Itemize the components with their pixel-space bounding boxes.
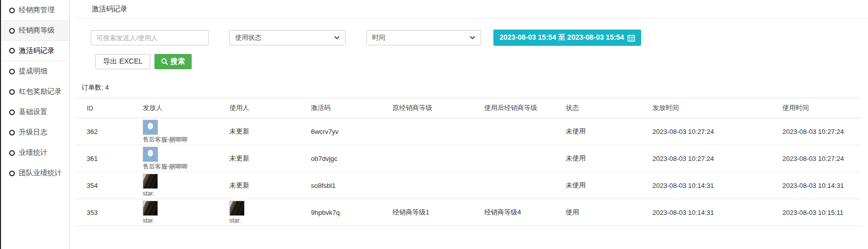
date-range-value: 2023-08-03 15:54 至 2023-08-03 15:54 xyxy=(499,33,624,42)
sidebar-item-upgrade-log[interactable]: 升级日志 xyxy=(1,122,69,143)
table-row: 361 售后客服-丽唧唧 未更新 ob7dvjgc 未使用 2023-08-03… xyxy=(76,145,861,172)
cell-issue-time: 2023-08-03 10:14:31 xyxy=(647,199,777,226)
export-excel-button[interactable]: 导出 EXCEL xyxy=(95,54,150,69)
time-select[interactable]: 时间 xyxy=(366,30,481,45)
circle-bullet-icon xyxy=(9,69,15,74)
activation-code-table: ID 发放人 使用人 激活码 原经销商等级 使用后经销商等级 状态 发放时间 使… xyxy=(76,98,861,226)
search-icon xyxy=(161,58,168,65)
app-window: 经销商管理 经销商等级 激活码记录 提成明细 红包奖励记录 基础设置 升级日志 xyxy=(0,0,868,249)
sidebar-item-label: 红包奖励记录 xyxy=(19,87,62,96)
issuer-name: 售后客服-丽唧唧 xyxy=(143,163,224,170)
search-input[interactable] xyxy=(91,30,209,45)
circle-bullet-icon xyxy=(9,109,15,115)
sidebar-item-team-performance-stats[interactable]: 团队业绩统计 xyxy=(1,163,69,183)
page-title: 激活码记录 xyxy=(76,0,868,19)
date-range-button[interactable]: 2023-08-03 15:54 至 2023-08-03 15:54 xyxy=(493,30,641,46)
usage-status-select[interactable]: 使用状态 xyxy=(229,30,346,45)
circle-bullet-icon xyxy=(9,8,15,13)
cell-status: 未使用 xyxy=(561,118,647,145)
circle-bullet-icon xyxy=(9,171,15,176)
column-header-issuer: 发放人 xyxy=(138,98,224,118)
cell-id: 354 xyxy=(76,172,138,199)
cell-issue-time: 2023-08-03 10:27:24 xyxy=(647,145,777,172)
cell-status: 未使用 xyxy=(561,172,647,199)
column-header-code: 激活码 xyxy=(306,98,387,118)
calendar-icon xyxy=(627,34,635,42)
cell-new-level xyxy=(479,145,561,172)
sidebar-item-label: 提成明细 xyxy=(19,67,47,76)
issuer-name: star. xyxy=(143,190,224,197)
sidebar-item-label: 业绩统计 xyxy=(19,148,47,157)
table-row: 354 star. 未更新 so8fsbl1 未使用 2023-08-03 10… xyxy=(76,172,861,199)
cell-old-level xyxy=(387,118,479,145)
cell-id: 353 xyxy=(76,199,138,226)
sidebar-item-activation-code-records[interactable]: 激活码记录 xyxy=(1,41,69,61)
cell-issuer: 售后客服-丽唧唧 xyxy=(138,145,224,172)
search-button[interactable]: 搜索 xyxy=(154,54,192,69)
main-content: 激活码记录 使用状态 时间 2023-08-03 15:54 至 2023-08… xyxy=(70,0,868,249)
column-header-issue-time: 发放时间 xyxy=(647,98,777,118)
cell-old-level xyxy=(387,172,479,199)
cell-new-level xyxy=(479,172,561,199)
chevron-down-icon xyxy=(469,36,476,40)
search-button-label: 搜索 xyxy=(171,57,185,66)
cell-status: 使用 xyxy=(561,199,647,226)
column-header-new-level: 使用后经销商等级 xyxy=(479,98,561,118)
cell-issuer: 售后客服-丽唧唧 xyxy=(138,118,224,145)
sidebar-item-dealer-management[interactable]: 经销商管理 xyxy=(1,0,69,20)
sidebar-item-commission-details[interactable]: 提成明细 xyxy=(1,61,69,81)
sidebar-item-label: 基础设置 xyxy=(19,107,47,117)
sidebar-item-performance-stats[interactable]: 业绩统计 xyxy=(1,143,69,163)
cell-status: 未使用 xyxy=(561,145,647,172)
sidebar-item-dealer-level[interactable]: 经销商等级 xyxy=(1,20,69,41)
circle-bullet-icon xyxy=(9,89,15,95)
cell-user: 未更新 xyxy=(224,118,306,145)
issuer-name: 售后客服-丽唧唧 xyxy=(143,136,224,143)
circle-bullet-icon xyxy=(9,28,15,34)
sidebar-item-label: 经销商等级 xyxy=(19,26,55,35)
sidebar-item-basic-settings[interactable]: 基础设置 xyxy=(1,102,69,122)
table-row: 362 售后客服-丽唧唧 未更新 6wcrv7yv 未使用 2023-08-03… xyxy=(76,118,861,145)
cell-user: star. xyxy=(224,199,306,226)
photo-avatar xyxy=(143,201,158,216)
circle-bullet-icon xyxy=(9,48,15,53)
blue-default-avatar xyxy=(143,147,158,162)
column-header-use-time: 使用时间 xyxy=(777,98,861,118)
column-header-user: 使用人 xyxy=(224,98,306,118)
issuer-name: star. xyxy=(143,217,224,224)
cell-issuer: star. xyxy=(138,199,224,226)
sidebar-item-label: 激活码记录 xyxy=(19,46,55,56)
cell-code: so8fsbl1 xyxy=(306,172,387,199)
cell-issuer: star. xyxy=(138,172,224,199)
cell-use-time: 2023-08-03 10:27:24 xyxy=(777,118,861,145)
cell-code: 9hpbvk7q xyxy=(306,199,387,226)
cell-user: 未更新 xyxy=(224,145,306,172)
order-count-label: 订单数: xyxy=(82,84,103,91)
sidebar-item-label: 团队业绩统计 xyxy=(19,169,62,178)
cell-new-level xyxy=(479,118,561,145)
cell-old-level xyxy=(387,145,479,172)
sidebar-item-label: 经销商管理 xyxy=(19,6,55,15)
user-name: star. xyxy=(229,217,306,224)
cell-id: 361 xyxy=(76,145,138,172)
circle-bullet-icon xyxy=(9,130,15,135)
cell-new-level: 经销商等级4 xyxy=(479,199,561,226)
photo-avatar xyxy=(229,201,245,216)
table-header-row: ID 发放人 使用人 激活码 原经销商等级 使用后经销商等级 状态 发放时间 使… xyxy=(76,98,861,118)
cell-code: 6wcrv7yv xyxy=(306,118,387,145)
cell-old-level: 经销商等级1 xyxy=(387,199,479,226)
cell-issue-time: 2023-08-03 10:27:24 xyxy=(647,118,777,145)
order-count-value: 4 xyxy=(105,84,109,91)
table-row: 353 star. star. 9hpbvk7q 经 xyxy=(76,199,861,226)
sidebar-item-label: 升级日志 xyxy=(19,128,47,137)
column-header-old-level: 原经销商等级 xyxy=(387,98,479,118)
cell-use-time: 2023-08-03 10:27:24 xyxy=(777,145,861,172)
blue-default-avatar xyxy=(143,120,158,135)
cell-user: 未更新 xyxy=(224,172,306,199)
photo-avatar xyxy=(143,174,158,189)
order-count: 订单数: 4 xyxy=(82,83,868,92)
filter-row: 使用状态 时间 2023-08-03 15:54 至 2023-08-03 15… xyxy=(91,30,868,46)
sidebar-item-red-packet-reward-records[interactable]: 红包奖励记录 xyxy=(1,81,69,102)
cell-use-time: 2023-08-03 10:15:11 xyxy=(777,199,861,226)
chevron-down-icon xyxy=(334,36,340,40)
